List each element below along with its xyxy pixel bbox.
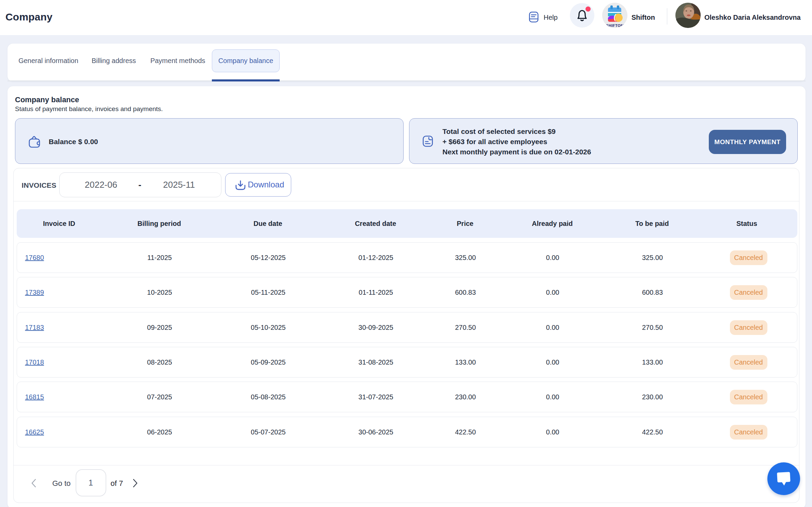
svg-text:SHIFTON: SHIFTON — [606, 24, 624, 28]
